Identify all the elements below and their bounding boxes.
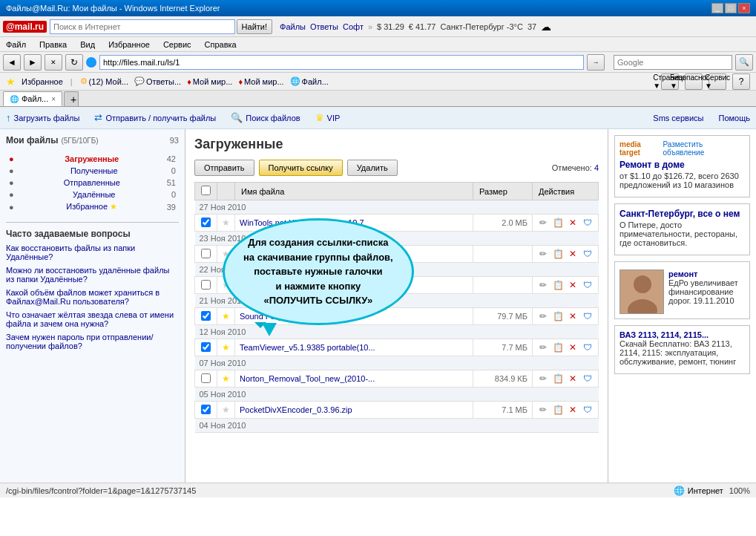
file-name-7[interactable]: PocketDivXEncoder_0.3.96.zip xyxy=(240,405,352,414)
security-button[interactable]: Безопасность ▼ xyxy=(685,73,703,90)
favorites-label[interactable]: Избранное xyxy=(22,77,63,86)
edit-icon-1[interactable]: ✏ xyxy=(537,217,549,229)
delete-icon-7[interactable]: ✕ xyxy=(567,404,579,416)
edit-icon-5[interactable]: ✏ xyxy=(537,341,549,353)
star-icon-4[interactable]: ★ xyxy=(222,311,230,321)
copy-icon-6[interactable]: 📋 xyxy=(552,373,564,385)
file-checkbox-5[interactable] xyxy=(201,342,211,352)
search-go-button[interactable]: 🔍 xyxy=(735,54,753,71)
shield-icon-5[interactable]: 🛡 xyxy=(582,341,594,353)
tab-close-button[interactable]: × xyxy=(51,95,56,103)
copy-icon-1[interactable]: 📋 xyxy=(552,217,564,229)
faq-item-5[interactable]: Зачем нужен пароль при отправлении/получ… xyxy=(6,333,179,350)
delete-button[interactable]: Удалить xyxy=(347,160,398,176)
file-checkbox-2[interactable] xyxy=(201,249,211,258)
delete-icon-3[interactable]: ✕ xyxy=(567,279,579,291)
tab-answers[interactable]: Ответы xyxy=(310,22,338,31)
send-receive-link[interactable]: ⇄ Отправить / получить файлы xyxy=(94,112,216,123)
file-checkbox-4[interactable] xyxy=(201,311,211,321)
fav-item-1[interactable]: ⚙(12) Мой... xyxy=(80,76,128,86)
get-link-button[interactable]: Получить ссылку xyxy=(259,160,343,176)
forward-button[interactable]: ► xyxy=(24,54,42,71)
close-button[interactable]: × xyxy=(738,3,750,13)
menu-help[interactable]: Справка xyxy=(202,39,240,50)
ad-headline-2[interactable]: Санкт-Петербург, все о нем xyxy=(619,209,745,219)
ad-headline-4[interactable]: ВАЗ 2113, 2114, 2115... xyxy=(619,330,709,339)
fav-item-5[interactable]: 🌐Файл... xyxy=(290,76,329,86)
send-button[interactable]: Отправить xyxy=(194,160,254,176)
copy-icon-4[interactable]: 📋 xyxy=(552,310,564,322)
shield-icon-6[interactable]: 🛡 xyxy=(582,373,594,385)
sms-link[interactable]: Sms сервисы xyxy=(653,114,703,122)
copy-icon-2[interactable]: 📋 xyxy=(552,248,564,260)
google-search-input[interactable] xyxy=(614,55,732,70)
faq-item-3[interactable]: Какой объём файлов может храниться в Фай… xyxy=(6,288,179,306)
file-name-6[interactable]: Norton_Removal_Tool_new_(2010-... xyxy=(240,374,375,383)
file-checkbox-7[interactable] xyxy=(201,405,211,414)
file-checkbox-3[interactable] xyxy=(201,280,211,290)
mail-find-button[interactable]: Найти! xyxy=(237,19,272,34)
edit-icon-2[interactable]: ✏ xyxy=(537,248,549,260)
shield-icon-2[interactable]: 🛡 xyxy=(582,248,594,260)
select-all-checkbox[interactable] xyxy=(201,186,211,195)
menu-file[interactable]: Файл xyxy=(3,39,29,50)
sidebar-item-sent[interactable]: ● Отправленные 51 xyxy=(6,177,179,189)
fav-item-2[interactable]: 💬Ответы... xyxy=(134,76,181,86)
received-link[interactable]: Полученные xyxy=(70,166,118,175)
upload-files-link[interactable]: ↑ Загрузить файлы xyxy=(6,112,79,123)
delete-icon-5[interactable]: ✕ xyxy=(567,341,579,353)
mail-logo[interactable]: @mail.ru xyxy=(3,21,47,33)
faq-item-1[interactable]: Как восстановить файлы из папки Удалённы… xyxy=(6,244,179,261)
mail-search-input[interactable] xyxy=(50,19,235,34)
menu-favorites[interactable]: Избранное xyxy=(105,39,153,50)
shield-icon-1[interactable]: 🛡 xyxy=(582,217,594,229)
sidebar-item-received[interactable]: ● Полученные 0 xyxy=(6,165,179,177)
address-input[interactable] xyxy=(99,55,584,70)
copy-icon-3[interactable]: 📋 xyxy=(552,279,564,291)
stop-button[interactable]: ✕ xyxy=(45,54,62,71)
service-button[interactable]: Сервис ▼ xyxy=(709,73,726,90)
search-files-link[interactable]: 🔍 Поиск файлов xyxy=(231,112,300,123)
back-button[interactable]: ◄ xyxy=(3,54,21,71)
menu-service[interactable]: Сервис xyxy=(160,39,194,50)
shield-icon-3[interactable]: 🛡 xyxy=(582,279,594,291)
sidebar-item-deleted[interactable]: ● Удалённые 0 xyxy=(6,189,179,200)
delete-icon-1[interactable]: ✕ xyxy=(567,217,579,229)
menu-edit[interactable]: Правка xyxy=(36,39,70,50)
edit-icon-6[interactable]: ✏ xyxy=(537,373,549,385)
faq-item-2[interactable]: Можно ли восстановить удалённые файлы из… xyxy=(6,266,179,284)
tab-soft[interactable]: Софт xyxy=(343,22,364,31)
help-link[interactable]: Помощь xyxy=(719,114,751,122)
delete-icon-4[interactable]: ✕ xyxy=(567,310,579,322)
delete-icon-2[interactable]: ✕ xyxy=(567,248,579,260)
ad-headline-3[interactable]: ремонт xyxy=(668,269,697,278)
ad-headline-1[interactable]: Ремонт в доме xyxy=(619,160,745,170)
marked-link[interactable]: 4 xyxy=(594,163,599,172)
maximize-button[interactable]: □ xyxy=(725,3,737,13)
star-icon-5[interactable]: ★ xyxy=(222,342,230,353)
edit-icon-4[interactable]: ✏ xyxy=(537,310,549,322)
help-icon-button[interactable]: ? xyxy=(732,73,750,90)
tab-files[interactable]: Файлы xyxy=(280,22,306,31)
place-ad-link[interactable]: Разместить объявление xyxy=(663,140,746,157)
sidebar-item-favorites[interactable]: ● Избранное ★ 39 xyxy=(6,200,179,213)
faq-item-4[interactable]: Что означает жёлтая звезда слева от имен… xyxy=(6,310,179,328)
go-button[interactable]: → xyxy=(587,54,605,71)
minimize-button[interactable]: _ xyxy=(711,3,723,13)
fav-item-4[interactable]: ♦Мой мир... xyxy=(238,77,283,86)
copy-icon-7[interactable]: 📋 xyxy=(552,404,564,416)
shield-icon-4[interactable]: 🛡 xyxy=(582,310,594,322)
favorites-files-link[interactable]: Избранное ★ xyxy=(66,202,117,212)
edit-icon-7[interactable]: ✏ xyxy=(537,404,549,416)
fav-item-3[interactable]: ♦Мой мир... xyxy=(187,77,232,86)
menu-view[interactable]: Вид xyxy=(77,39,98,50)
sidebar-item-uploaded[interactable]: ● Загруженные 42 xyxy=(6,153,179,165)
window-controls[interactable]: _ □ × xyxy=(711,3,750,13)
star-icon-6[interactable]: ★ xyxy=(222,373,230,384)
vip-link[interactable]: ♛ VIP xyxy=(315,112,341,123)
uploaded-link[interactable]: Загруженные xyxy=(65,154,119,163)
tab-new[interactable]: + xyxy=(64,91,79,106)
star-icon-7[interactable]: ★ xyxy=(222,405,230,415)
sent-link[interactable]: Отправленные xyxy=(64,178,120,187)
file-checkbox-1[interactable] xyxy=(201,218,211,227)
